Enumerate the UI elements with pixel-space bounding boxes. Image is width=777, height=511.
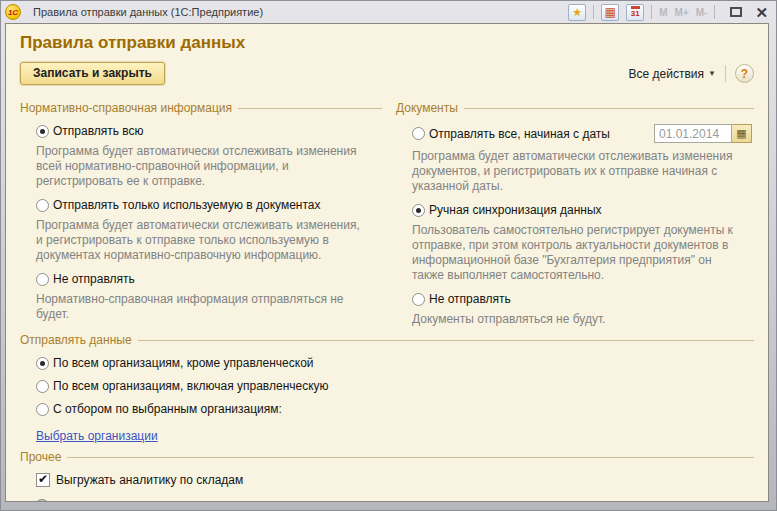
radio-label: С отбором по выбранным организациям:	[53, 402, 282, 416]
option-description: Пользователь самостоятельно регистрирует…	[412, 223, 738, 283]
radio-label: Отправлять только используемую в докумен…	[53, 198, 321, 212]
group-caption-send-data: Отправлять данные	[20, 333, 754, 347]
radio-option-manual-sync[interactable]: Ручная синхронизация данных	[412, 203, 754, 217]
radio-icon	[412, 127, 425, 140]
radio-label: Отправлять всю	[53, 124, 144, 138]
chevron-down-icon: ▼	[708, 69, 716, 78]
form-content: Правила отправки данных Записать и закры…	[5, 23, 769, 502]
group-other: Прочее Выгружать аналитику по складам i …	[20, 450, 754, 502]
app-window: 1С Правила отправки данных (1С:Предприят…	[0, 0, 777, 511]
calendar-grid-icon: ▦	[736, 127, 746, 140]
info-icon: i	[34, 499, 50, 502]
radio-icon	[36, 357, 49, 370]
option-description: Нормативно-справочная информация отправл…	[36, 292, 366, 322]
radio-option-send-all-nsi[interactable]: Отправлять всю	[36, 124, 382, 138]
group-caption-nsi: Нормативно-справочная информация	[20, 101, 382, 115]
radio-label: Ручная синхронизация данных	[429, 203, 602, 217]
group-title: Документы	[396, 101, 458, 115]
close-button[interactable]: ✕	[755, 5, 768, 20]
option-description: Программа будет автоматически отслеживат…	[36, 218, 366, 263]
group-caption-documents: Документы	[396, 101, 754, 115]
group-nsi: Нормативно-справочная информация Отправл…	[20, 95, 382, 327]
info-text: Ограничить изменение данных можно с помо…	[58, 500, 571, 502]
choose-organizations-link[interactable]: Выбрать организации	[36, 429, 158, 443]
group-rule	[138, 340, 754, 341]
date-picker-button[interactable]: ▦	[732, 124, 752, 143]
radio-label: Отправлять все, начиная с даты	[429, 127, 610, 141]
radio-option-send-used-nsi[interactable]: Отправлять только используемую в докумен…	[36, 198, 382, 212]
radio-icon	[36, 125, 49, 138]
memory-mplus-button[interactable]: M+	[675, 7, 689, 18]
radio-icon	[36, 403, 49, 416]
radio-icon	[412, 204, 425, 217]
group-title: Отправлять данные	[20, 333, 132, 347]
toolbar: Записать и закрыть Все действия ▼ ?	[20, 62, 754, 85]
radio-label: Не отправлять	[53, 272, 135, 286]
titlebar: 1С Правила отправки данных (1С:Предприят…	[1, 1, 776, 23]
group-send-data: Отправлять данные По всем организациям, …	[20, 333, 754, 444]
option-description: Программа будет автоматически отслеживат…	[36, 144, 366, 189]
titlebar-separator	[651, 5, 652, 19]
group-title: Прочее	[20, 450, 61, 464]
start-date-input[interactable]	[654, 124, 732, 143]
titlebar-separator	[714, 5, 715, 19]
all-actions-button[interactable]: Все действия	[629, 67, 704, 81]
radio-option-no-send-nsi[interactable]: Не отправлять	[36, 272, 382, 286]
calendar-icon: 31	[631, 6, 640, 18]
group-title: Нормативно-справочная информация	[20, 101, 232, 115]
favorites-button[interactable]: ★	[568, 4, 586, 21]
checkbox-export-warehouse-analytics[interactable]: Выгружать аналитику по складам	[36, 473, 754, 487]
calendar-button[interactable]: 31	[626, 4, 644, 21]
save-and-close-button[interactable]: Записать и закрыть	[20, 62, 165, 85]
radio-icon	[412, 293, 425, 306]
checkbox-icon	[36, 473, 50, 487]
maximize-button[interactable]	[730, 7, 742, 17]
radio-icon	[36, 199, 49, 212]
info-note: i Ограничить изменение данных можно с по…	[34, 499, 754, 502]
group-caption-other: Прочее	[20, 450, 754, 464]
radio-option-all-orgs-except-managerial[interactable]: По всем организациям, кроме управленческ…	[36, 356, 754, 370]
radio-label: По всем организациям, включая управленче…	[53, 379, 329, 393]
radio-option-no-send-documents[interactable]: Не отправлять	[412, 292, 754, 306]
calculator-button[interactable]: ▦	[601, 4, 619, 21]
radio-icon	[36, 273, 49, 286]
memory-m-button[interactable]: M	[659, 7, 667, 18]
group-documents: Документы Отправлять все, начиная с даты…	[396, 95, 754, 327]
group-rule	[464, 108, 754, 109]
radio-option-selected-orgs[interactable]: С отбором по выбранным организациям:	[36, 402, 754, 416]
help-button[interactable]: ?	[735, 64, 754, 83]
group-rule	[238, 108, 382, 109]
checkbox-label: Выгружать аналитику по складам	[56, 473, 243, 487]
window-title: Правила отправки данных (1С:Предприятие)	[33, 6, 263, 18]
radio-option-all-orgs-including-managerial[interactable]: По всем организациям, включая управленче…	[36, 379, 754, 393]
calculator-icon: ▦	[605, 6, 616, 18]
option-description: Программа будет автоматически отслеживат…	[412, 149, 738, 194]
star-icon: ★	[572, 7, 582, 18]
option-description: Документы отправляться не будут.	[412, 312, 738, 327]
radio-label: По всем организациям, кроме управленческ…	[53, 356, 314, 370]
page-title: Правила отправки данных	[20, 33, 768, 53]
titlebar-separator	[593, 5, 594, 19]
radio-option-send-from-date[interactable]: Отправлять все, начиная с даты ▦	[412, 124, 754, 143]
memory-mminus-button[interactable]: M-	[696, 7, 708, 18]
start-date-field: ▦	[654, 124, 752, 143]
1c-logo-icon: 1С	[5, 4, 21, 20]
radio-label: Не отправлять	[429, 292, 511, 306]
group-rule	[67, 457, 754, 458]
toolbar-separator	[725, 65, 726, 82]
radio-icon	[36, 380, 49, 393]
